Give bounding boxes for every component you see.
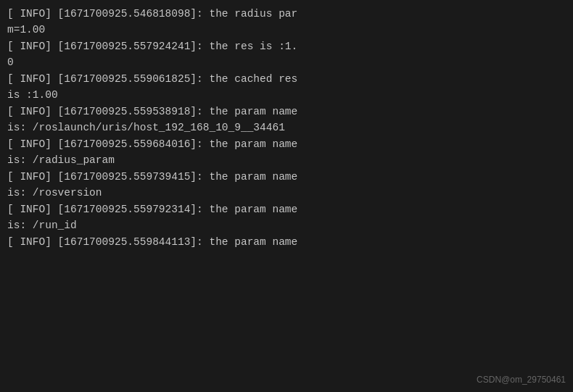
log-line: [ INFO] [1671700925.559061825]: the cach… — [7, 71, 566, 87]
log-line: [ INFO] [1671700925.557924241]: the res … — [7, 38, 566, 54]
log-line: [ INFO] [1671700925.559739415]: the para… — [7, 169, 566, 185]
log-line: [ INFO] [1671700925.546818098]: the radi… — [7, 6, 566, 22]
watermark: CSDN@om_29750461 — [477, 373, 566, 386]
log-line: is :1.00 — [7, 87, 566, 103]
log-line: m=1.00 — [7, 22, 566, 38]
log-line: [ INFO] [1671700925.559538918]: the para… — [7, 104, 566, 120]
log-line: [ INFO] [1671700925.559684016]: the para… — [7, 136, 566, 152]
terminal-window: [ INFO] [1671700925.546818098]: the radi… — [0, 0, 573, 392]
log-line: is: /rosversion — [7, 185, 566, 201]
log-line: 0 — [7, 54, 566, 70]
log-line: is: /run_id — [7, 217, 566, 233]
log-line: [ INFO] [1671700925.559792314]: the para… — [7, 201, 566, 217]
log-line: is: /radius_param — [7, 152, 566, 168]
log-output: [ INFO] [1671700925.546818098]: the radi… — [7, 6, 566, 250]
log-line: is: /roslaunch/uris/host_192_168_10_9__3… — [7, 120, 566, 135]
log-line: [ INFO] [1671700925.559844113]: the para… — [7, 234, 566, 250]
